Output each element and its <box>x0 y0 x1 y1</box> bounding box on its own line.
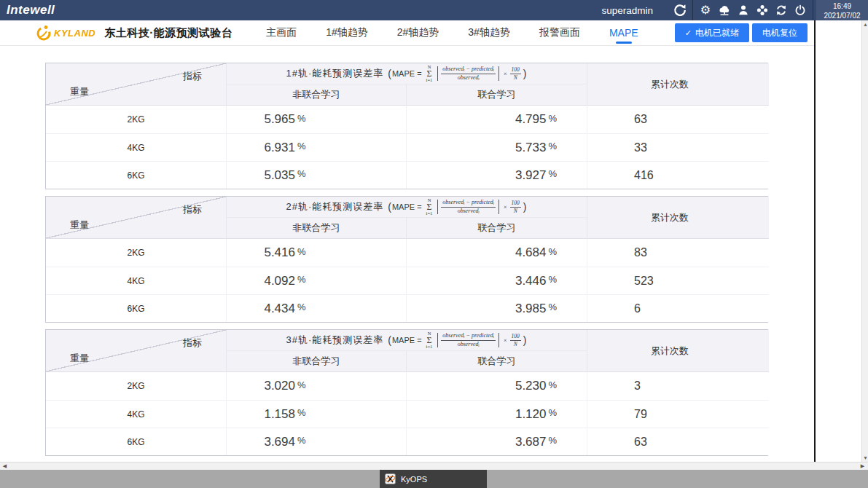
non-federated-value: 5.035% <box>227 161 407 189</box>
scroll-left-icon[interactable]: ◀ <box>1 463 9 470</box>
cumulative-count-header: 累计次数 <box>587 197 769 239</box>
count-value: 63 <box>587 428 769 455</box>
non-federated-value: 4.434% <box>227 294 407 322</box>
federated-value: 3.687% <box>407 428 587 455</box>
motor-reset-button[interactable]: 电机复位 <box>752 23 808 42</box>
system-topbar: Intewell superadmin ⚙ <box>0 0 868 20</box>
user-icon[interactable] <box>734 0 753 20</box>
right-gutter <box>816 20 861 470</box>
kyland-logo[interactable]: KYLAND <box>35 24 95 42</box>
weight-cell: 4KG <box>46 267 227 294</box>
mape-formula: ( MAPE = NΣi=1 observedᵢ − predictedᵢobs… <box>387 65 527 83</box>
non-federated-value: 5.416% <box>227 239 407 267</box>
federated-header: 联合学习 <box>407 350 587 372</box>
weight-label: 重量 <box>70 352 89 365</box>
diagonal-header-cell: 指标 重量 <box>46 63 227 106</box>
intewell-logo: Intewell <box>0 3 55 17</box>
window-border <box>814 20 816 470</box>
non-federated-header: 非联合学习 <box>227 217 407 239</box>
nav-item-mape[interactable]: MAPE <box>609 20 638 46</box>
federated-value: 5.230% <box>407 372 587 400</box>
nav-item-axis2-trend[interactable]: 2#轴趋势 <box>397 20 439 46</box>
weight-label: 重量 <box>70 219 89 232</box>
count-value: 416 <box>587 161 769 189</box>
non-federated-value: 3.020% <box>227 372 407 400</box>
nav-item-axis3-trend[interactable]: 3#轴趋势 <box>468 20 510 46</box>
federated-header: 联合学习 <box>407 84 587 106</box>
topbar-divider <box>692 0 693 20</box>
count-value: 83 <box>587 239 769 267</box>
metric-label: 指标 <box>183 337 202 350</box>
mape-table-rail3: 指标 重量 3#轨·能耗预测误差率 ( MAPE = NΣi=1 observe… <box>45 329 768 456</box>
mape-table-rail1: 指标 重量 1#轨·能耗预测误差率 ( MAPE = NΣi=1 observe… <box>45 63 768 189</box>
non-federated-value: 4.092% <box>227 267 407 294</box>
diagonal-header-cell: 指标 重量 <box>46 330 227 372</box>
non-federated-value: 1.158% <box>227 400 407 428</box>
app-title: 东土科技·能源预测试验台 <box>104 26 232 40</box>
mape-formula: ( MAPE = NΣi=1 observedᵢ − predictedᵢobs… <box>387 331 527 350</box>
username-label: superadmin <box>601 5 653 16</box>
taskbar-kyops-button[interactable]: KyOPS <box>380 470 487 488</box>
cloud-icon[interactable] <box>715 0 734 20</box>
count-value: 79 <box>587 400 769 428</box>
non-federated-value: 5.965% <box>227 106 407 133</box>
nav-item-main[interactable]: 主画面 <box>266 20 297 46</box>
metric-label: 指标 <box>183 70 202 83</box>
weight-cell: 2KG <box>46 239 227 267</box>
weight-cell: 2KG <box>46 372 227 400</box>
federated-value: 5.733% <box>407 133 587 161</box>
power-icon[interactable] <box>791 0 810 20</box>
weight-cell: 6KG <box>46 428 227 455</box>
weight-cell: 6KG <box>46 294 227 322</box>
clock-date: 2021/07/02 <box>816 11 868 20</box>
non-federated-header: 非联合学习 <box>227 350 407 372</box>
nav-item-alarm[interactable]: 报警画面 <box>539 20 580 46</box>
federated-value: 3.985% <box>407 294 587 322</box>
motor-reset-label: 电机复位 <box>762 27 797 39</box>
vertical-scrollbar[interactable]: ▲ ▼ <box>861 20 868 462</box>
mape-formula: ( MAPE = NΣi=1 observedᵢ − predictedᵢobs… <box>387 198 527 216</box>
scroll-up-icon[interactable]: ▲ <box>862 20 868 28</box>
gear-icon[interactable]: ⚙ <box>696 0 715 20</box>
non-federated-value: 3.694% <box>227 428 407 455</box>
federated-value: 3.927% <box>407 161 587 189</box>
weight-cell: 4KG <box>46 133 227 161</box>
table-title-cell: 1#轨·能耗预测误差率 ( MAPE = NΣi=1 observedᵢ − p… <box>227 63 587 84</box>
count-value: 33 <box>587 133 769 161</box>
kyland-logo-text: KYLAND <box>54 28 95 39</box>
mape-table-rail2: 指标 重量 2#轨·能耗预测误差率 ( MAPE = NΣi=1 observe… <box>45 196 768 323</box>
app-window: KYLAND 东土科技·能源预测试验台 主画面 1#轴趋势 2#轴趋势 3#轴趋… <box>0 20 814 462</box>
check-icon: ✓ <box>685 28 692 38</box>
count-value: 63 <box>587 106 769 133</box>
os-taskbar: KyOPS <box>0 470 868 488</box>
horizontal-scrollbar[interactable]: ◀ ▶ <box>0 462 868 470</box>
kyland-mark-icon <box>35 24 52 42</box>
count-value: 6 <box>587 294 769 322</box>
table-title-cell: 2#轨·能耗预测误差率 ( MAPE = NΣi=1 observedᵢ − p… <box>227 197 587 217</box>
cumulative-count-header: 累计次数 <box>587 330 769 372</box>
apps-icon[interactable] <box>753 0 772 20</box>
weight-label: 重量 <box>70 85 89 98</box>
weight-cell: 6KG <box>46 161 227 189</box>
nav-item-mape-label: MAPE <box>609 27 638 39</box>
weight-cell: 4KG <box>46 400 227 428</box>
active-tab-underline <box>616 42 632 44</box>
topbar-divider <box>813 0 813 20</box>
table-title-cell: 3#轨·能耗预测误差率 ( MAPE = NΣi=1 observedᵢ − p… <box>227 330 587 350</box>
nav-item-axis1-trend[interactable]: 1#轴趋势 <box>326 20 368 46</box>
table-title: 3#轨·能耗预测误差率 <box>286 334 383 347</box>
nav-buttons: ✓ 电机已就绪 电机复位 <box>675 23 808 42</box>
metric-label: 指标 <box>183 203 202 216</box>
motor-ready-button[interactable]: ✓ 电机已就绪 <box>675 23 749 42</box>
non-federated-value: 6.931% <box>227 133 407 161</box>
sync-icon[interactable] <box>772 0 791 20</box>
clock: 16:49 2021/07/02 <box>816 0 868 20</box>
scroll-down-icon[interactable]: ▼ <box>862 454 868 462</box>
restore-circle-icon[interactable] <box>670 0 689 20</box>
scroll-right-icon[interactable]: ▶ <box>859 463 867 470</box>
non-federated-header: 非联合学习 <box>227 84 407 106</box>
table-title: 2#轨·能耗预测误差率 <box>286 200 383 213</box>
kyops-icon <box>385 473 396 484</box>
weight-cell: 2KG <box>46 106 227 133</box>
motor-ready-label: 电机已就绪 <box>695 27 739 39</box>
